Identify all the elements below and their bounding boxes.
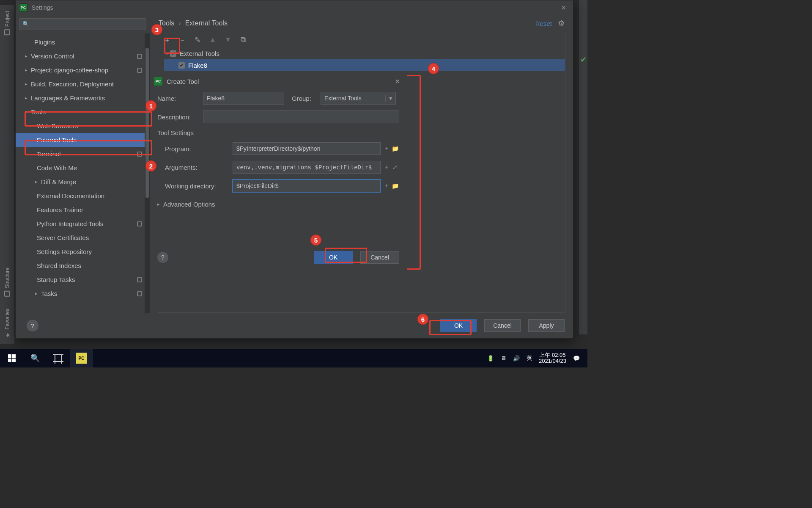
insert-macro-icon[interactable]: ＋ (382, 163, 391, 171)
tree-project[interactable]: Project: django-coffee-shop (16, 63, 150, 77)
tray-ime[interactable]: 英 (527, 354, 532, 362)
tray-clock[interactable]: 上午 02:05 2021/04/23 (539, 352, 566, 364)
settings-search-input[interactable] (19, 18, 146, 30)
pycharm-icon: PC (76, 353, 87, 364)
advanced-options-label: Advanced Options (163, 201, 215, 208)
reset-link[interactable]: Reset (535, 20, 552, 27)
tray-network-icon[interactable]: 🖥 (501, 355, 506, 362)
advanced-options-toggle[interactable]: ▸ Advanced Options (157, 198, 399, 214)
rail-favorites[interactable]: ★Favorites (3, 303, 12, 344)
chevron-right-icon: ▸ (157, 202, 163, 207)
tools-group-row[interactable]: ▾ ✔ External Tools (164, 47, 565, 59)
edit-button[interactable]: ✎ (193, 35, 202, 44)
tree-version-control[interactable]: Version Control (16, 49, 150, 63)
arguments-input[interactable] (233, 161, 381, 174)
scope-project-icon (137, 54, 142, 59)
tools-tree[interactable]: ▾ ✔ External Tools ✔ Flake8 (158, 47, 565, 71)
expand-icon[interactable] (24, 95, 28, 101)
copy-button[interactable]: ⧉ (239, 35, 248, 44)
clock-date: 2021/04/23 (539, 358, 566, 364)
rail-project[interactable]: Project (3, 5, 12, 41)
annotation-badge: 1 (145, 100, 156, 111)
cancel-button[interactable]: Cancel (484, 319, 521, 332)
browse-icon[interactable]: 📁 (391, 182, 399, 189)
tree-external-doc[interactable]: External Documentation (16, 189, 150, 203)
start-button[interactable] (0, 349, 23, 367)
expand-icon[interactable] (34, 179, 38, 185)
help-button[interactable]: ? (27, 320, 38, 331)
move-up-button[interactable]: ▲ (208, 35, 217, 44)
insert-macro-icon[interactable]: ＋ (382, 145, 391, 152)
ide-left-rail: Project Structure ★Favorites (0, 5, 14, 344)
dialog-title: Create Tool (167, 78, 199, 85)
ide-right-gutter: ✔ (579, 0, 587, 334)
expand-field-icon[interactable]: ⤢ (391, 164, 399, 171)
tree-build[interactable]: Build, Execution, Deployment (16, 77, 150, 91)
tray-notifications-icon[interactable]: 💬 (573, 355, 580, 362)
tree-startup-tasks[interactable]: Startup Tasks (16, 273, 150, 287)
chevron-down-icon: ▾ (385, 95, 392, 102)
description-input[interactable] (203, 110, 399, 123)
workdir-input[interactable] (233, 179, 381, 192)
create-tool-dialog: PC Create Tool ✕ Name: Group: External T… (150, 74, 407, 270)
clock-time: 上午 02:05 (539, 352, 566, 358)
settings-footer: ? OK Cancel Apply (16, 313, 573, 338)
apply-button[interactable]: Apply (528, 319, 565, 332)
tree-server-certs[interactable]: Server Certificates (16, 231, 150, 245)
dialog-help-button[interactable]: ? (157, 252, 168, 263)
checkbox-checked-icon[interactable]: ✔ (178, 62, 185, 69)
settings-tree[interactable]: Plugins Version Control Project: django-… (16, 33, 150, 313)
taskbar-pycharm[interactable]: PC (70, 349, 93, 367)
expand-icon[interactable] (24, 67, 28, 73)
tool-settings-section: Tool Settings (157, 129, 399, 136)
annotation-box-5 (325, 248, 367, 263)
windows-taskbar[interactable]: 🔍 PC 🔋 🖥 🔊 英 上午 02:05 2021/04/23 💬 (0, 349, 587, 367)
annotation-badge: 3 (151, 24, 162, 35)
chevron-right-icon: › (174, 19, 185, 27)
expand-icon[interactable] (24, 81, 28, 87)
annotation-badge: 2 (145, 160, 156, 171)
tree-diff-merge[interactable]: Diff & Merge (16, 175, 150, 189)
expand-icon[interactable] (34, 291, 38, 296)
settings-title: Settings (32, 4, 53, 11)
annotation-box-6 (429, 320, 472, 335)
taskbar-taskview[interactable] (47, 349, 70, 367)
tools-item-label: Flake8 (188, 62, 207, 69)
tree-python-integrated[interactable]: Python Integrated Tools (16, 217, 150, 231)
rail-favorites-label: Favorites (4, 309, 10, 329)
annotation-badge: 6 (417, 314, 428, 325)
tree-plugins[interactable]: Plugins (16, 35, 150, 49)
rail-structure[interactable]: Structure (3, 262, 12, 303)
sidebar-scrollbar[interactable] (145, 33, 150, 313)
inspection-ok-icon: ✔ (580, 55, 587, 64)
close-icon[interactable]: ✕ (557, 4, 570, 12)
tree-features-trainer[interactable]: Features Trainer (16, 203, 150, 217)
workdir-label: Working directory: (165, 182, 233, 190)
scope-project-icon (137, 277, 142, 282)
tree-shared-indexes[interactable]: Shared Indexes (16, 259, 150, 273)
move-down-button[interactable]: ▼ (223, 35, 233, 44)
group-select[interactable]: External Tools ▾ (321, 92, 396, 105)
app-icon: PC (154, 77, 162, 86)
breadcrumb: Tools › External Tools Reset ⚙ (150, 15, 573, 32)
settings-titlebar: PC Settings ✕ (16, 0, 573, 15)
tree-code-with-me[interactable]: Code With Me (16, 161, 150, 175)
scope-project-icon (137, 291, 142, 296)
insert-macro-icon[interactable]: ＋ (382, 182, 391, 190)
dialog-close-icon[interactable]: ✕ (392, 77, 403, 86)
scope-project-icon (137, 221, 142, 226)
annotation-badge: 4 (428, 63, 439, 74)
tray-battery-icon[interactable]: 🔋 (487, 355, 494, 362)
tray-volume-icon[interactable]: 🔊 (513, 355, 520, 362)
tree-settings-repo[interactable]: Settings Repository (16, 245, 150, 259)
tree-langfw[interactable]: Languages & Frameworks (16, 91, 150, 105)
gear-icon[interactable]: ⚙ (558, 19, 565, 28)
program-input[interactable] (233, 142, 381, 155)
annotation-box-2 (25, 140, 152, 155)
expand-icon[interactable] (24, 53, 28, 59)
name-input[interactable] (203, 92, 284, 105)
tree-tasks[interactable]: Tasks (16, 287, 150, 301)
tools-item-row[interactable]: ✔ Flake8 (164, 59, 565, 71)
taskbar-search[interactable]: 🔍 (23, 349, 47, 367)
browse-icon[interactable]: 📁 (391, 145, 399, 152)
